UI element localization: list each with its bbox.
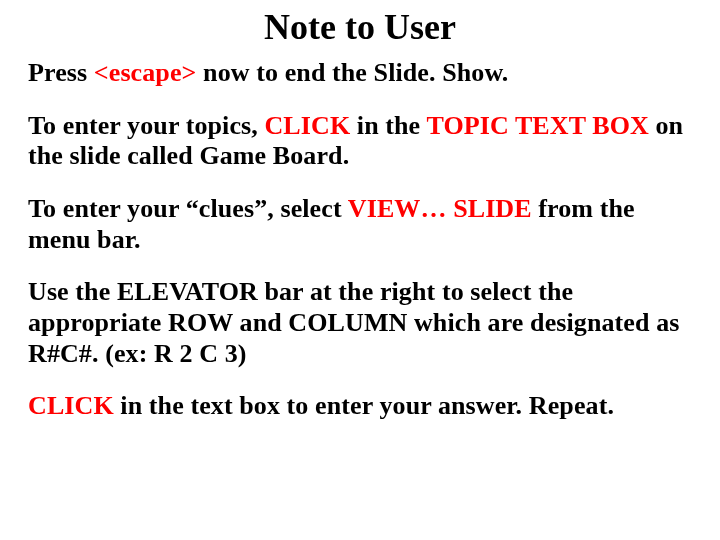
paragraph-topics: To enter your topics, CLICK in the TOPIC… (28, 111, 692, 172)
text-highlight-click: CLICK (264, 111, 350, 140)
text-highlight-click: CLICK (28, 391, 114, 420)
text: in the text box to enter your answer. Re… (114, 391, 614, 420)
text: now to end the Slide. Show. (196, 58, 508, 87)
paragraph-clues: To enter your “clues”, select VIEW… SLID… (28, 194, 692, 255)
paragraph-escape: Press <escape> now to end the Slide. Sho… (28, 58, 692, 89)
text-highlight-view-slide: VIEW… SLIDE (348, 194, 532, 223)
text-highlight-topic-box: TOPIC TEXT BOX (426, 111, 648, 140)
page-title: Note to User (28, 6, 692, 48)
paragraph-answer: CLICK in the text box to enter your answ… (28, 391, 692, 422)
text: To enter your topics, (28, 111, 264, 140)
text: in the (350, 111, 426, 140)
text: Press (28, 58, 94, 87)
paragraph-elevator: Use the ELEVATOR bar at the right to sel… (28, 277, 692, 369)
slide: Note to User Press <escape> now to end t… (0, 0, 720, 540)
text: To enter your “clues”, select (28, 194, 348, 223)
text-highlight-escape: <escape> (94, 58, 197, 87)
